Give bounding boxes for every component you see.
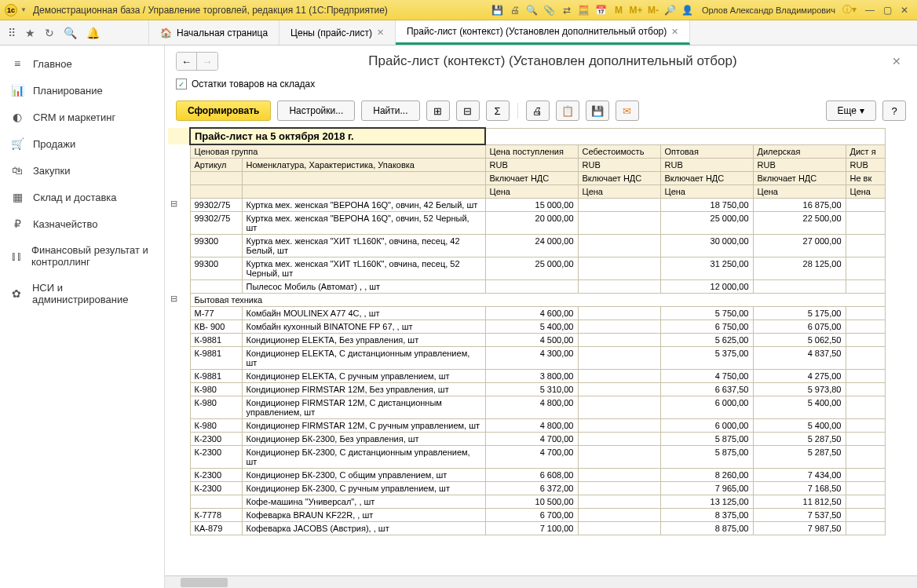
maximize-button[interactable]: ▢ [879,3,895,17]
table-row[interactable]: КВ- 900Комбайн кухонный BINATONE FP 67, … [168,320,885,334]
sidebar-item-finance[interactable]: ⫿⫿Финансовый результат и контроллинг [0,237,164,275]
sidebar-item-planning[interactable]: 📊Планирование [0,77,164,104]
close-tab-icon[interactable]: ✕ [377,27,384,38]
more-button[interactable]: Еще ▾ [826,100,876,121]
memory-m-icon[interactable]: M [611,3,627,17]
expand-icon[interactable]: ⊞ [426,100,450,121]
table-row[interactable]: К-980Кондиционер FIRMSTAR 12M, Без управ… [168,383,885,396]
gear-icon: ✿ [11,287,23,300]
header-wholesale: Оптовая [660,144,753,159]
generate-button[interactable]: Сформировать [176,100,271,121]
print-button-icon[interactable]: 🖨 [526,100,550,121]
table-row[interactable]: К-9881Кондиционер ELEKTA, С дистанционны… [168,347,885,370]
table-row[interactable]: Пылесос Мобиль (Автомат) , , шт12 000,00 [168,280,885,294]
sidebar-item-label: Финансовый результат и контроллинг [31,244,153,268]
save-icon[interactable]: 💾 [490,3,506,17]
table-row[interactable]: К-2300Кондиционер БК-2300, Без управлени… [168,433,885,446]
sidebar-item-admin[interactable]: ✿НСИ и администрирование [0,275,164,312]
nav-forward-button[interactable]: → [197,53,217,70]
window-controls: — ▢ ✕ [862,3,912,17]
table-row[interactable]: К-9881Кондиционер ELEKTA, Без управления… [168,334,885,347]
history-icon[interactable]: ↻ [45,27,54,39]
table-row[interactable]: 99300Куртка мех. женская "ХИТ тL160К", о… [168,235,885,257]
close-tab-icon[interactable]: ✕ [671,27,678,37]
close-button[interactable]: ✕ [897,3,912,17]
close-page-button[interactable]: ✕ [887,55,906,68]
table-row[interactable]: ⊟Бытовая техника [168,294,885,307]
memory-mminus-icon[interactable]: M- [645,3,661,17]
report-table-area[interactable]: Прайс-лист на 5 октября 2018 г. Ценовая … [165,127,917,575]
filter-row: ✓ Остатки товаров на складах [165,75,917,97]
table-row[interactable]: 99300Куртка мех. женская "ХИТ тL160К", о… [168,257,885,280]
tab-prices[interactable]: Цены (прайс-лист) ✕ [279,20,396,45]
tab-label: Начальная страница [177,27,268,38]
star-icon[interactable]: ★ [25,27,35,39]
stock-filter-label: Остатки товаров на складах [192,79,315,89]
table-row[interactable]: К-9881Кондиционер ELEKTA, С ручным управ… [168,370,885,383]
find-button[interactable]: Найти... [361,100,419,121]
tab-home[interactable]: 🏠 Начальная страница [149,20,279,45]
apps-grid-icon[interactable]: ⠿ [8,27,16,39]
nav-back-button[interactable]: ← [177,53,197,70]
sum-icon[interactable]: Σ [486,100,510,121]
tab-label: Цены (прайс-лист) [290,27,372,38]
search-icon[interactable]: 🔍 [64,27,77,39]
table-row[interactable]: М-77Комбайн MOULINEX A77 4C, , шт4 600,0… [168,307,885,320]
current-user-label[interactable]: Орлов Александр Владимирович [697,5,840,15]
table-row[interactable]: К-2300Кондиционер БК-2300, С ручным упра… [168,482,885,495]
sidebar-item-crm[interactable]: ◐CRM и маркетинг [0,104,164,130]
header-nomenclature: Номенклатура, Характеристика, Упаковка [242,159,485,172]
sidebar-item-warehouse[interactable]: ▦Склад и доставка [0,184,164,210]
tab-pricelist[interactable]: Прайс-лист (контекст) (Установлен дополн… [396,20,690,45]
header-cost: Себестоимость [578,144,660,159]
nav-back-forward: ← → [176,52,218,71]
calendar-icon[interactable]: 📅 [594,3,609,17]
print-icon[interactable]: 🖨 [507,3,523,17]
bell-icon[interactable]: 🔔 [86,27,100,39]
bag-icon: 🛍 [11,164,24,177]
sidebar-item-label: Планирование [33,85,103,97]
info-icon[interactable]: ⓘ▾ [842,3,857,17]
save-report-icon[interactable]: 💾 [586,100,609,121]
table-row[interactable]: К-980Кондиционер FIRMSTAR 12M, С ручным … [168,419,885,433]
stock-filter-checkbox[interactable]: ✓ [176,79,187,89]
compare-icon[interactable]: ⇄ [559,3,575,17]
table-row[interactable]: К-980Кондиционер FIRMSTAR 12M, С дистанц… [168,396,885,419]
bars-icon: ⫿⫿ [11,250,22,262]
table-row[interactable]: КА-879Кофеварка JACOBS (Австрия), , шт7 … [168,522,885,535]
favorite-icon[interactable]: 👤 [680,3,696,17]
table-row[interactable]: К-2300Кондиционер БК-2300, С общим управ… [168,469,885,482]
chart-icon: 📊 [11,84,24,97]
preview-icon[interactable]: 🔍 [524,3,540,17]
chevron-down-icon: ▾ [860,105,864,116]
link-icon[interactable]: 📎 [542,3,557,17]
zoom-icon[interactable]: 🔎 [663,3,678,17]
minimize-button[interactable]: — [862,3,878,17]
home-icon: 🏠 [160,27,172,38]
email-icon[interactable]: ✉ [616,100,639,121]
sidebar-item-treasury[interactable]: ₽Казначейство [0,210,164,237]
help-icon[interactable]: ? [882,100,906,121]
collapse-icon[interactable]: ⊟ [456,100,480,121]
window-title: Демонстрационная база / Управление торго… [33,5,490,16]
table-row[interactable]: К-7778Кофеварка BRAUN KF22R, , шт6 700,0… [168,509,885,522]
titlebar-toolbar: 💾 🖨 🔍 📎 ⇄ 🧮 📅 M M+ M- 🔎 👤 Орлов Александ… [490,3,857,17]
table-row[interactable]: К-2300Кондиционер БК-2300, С дистанционн… [168,446,885,469]
settings-button[interactable]: Настройки... [277,100,355,121]
sidebar-item-label: НСИ и администрирование [32,282,153,305]
table-row[interactable]: ⊟99302/75Куртка мех. женская "ВЕРОНА 16Q… [168,199,885,212]
app-menu-dropdown[interactable]: ▼ [20,6,27,13]
clipboard-icon[interactable]: 📋 [556,100,579,121]
memory-mplus-icon[interactable]: M+ [628,3,644,17]
sidebar-item-purchases[interactable]: 🛍Закупки [0,157,164,184]
table-row[interactable]: Кофе-машина "Универсал", , шт10 500,0013… [168,495,885,509]
page-header: ← → Прайс-лист (контекст) (Установлен до… [165,46,917,75]
sidebar-item-sales[interactable]: 🛒Продажи [0,130,164,157]
table-row[interactable]: 99302/75Куртка мех. женская "ВЕРОНА 16Q"… [168,212,885,235]
horizontal-scrollbar[interactable] [165,575,917,588]
calculator-icon[interactable]: 🧮 [576,3,592,17]
sidebar-item-label: Казначейство [33,218,97,230]
quick-access-bar: ⠿ ★ ↻ 🔍 🔔 [0,20,149,45]
header-group: Ценовая группа [190,144,485,159]
sidebar-item-main[interactable]: ≡Главное [0,50,164,77]
